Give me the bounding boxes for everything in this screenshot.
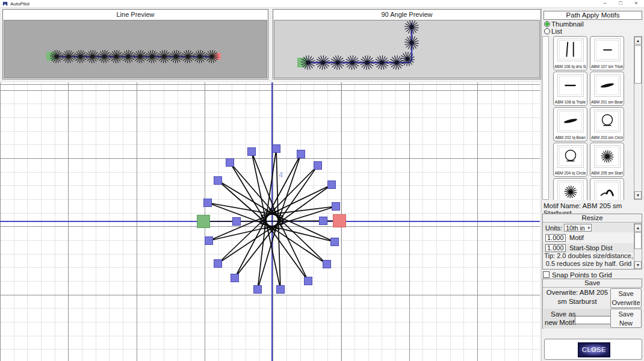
save-new-button[interactable]: SaveNew <box>610 309 642 328</box>
control-point-handle[interactable] <box>273 145 280 153</box>
start-point-handle[interactable] <box>197 215 210 228</box>
radio-selected-icon[interactable] <box>544 21 550 27</box>
bean-icon <box>595 75 620 96</box>
motif-card[interactable]: ABM 204 lg Circle <box>553 143 587 177</box>
circle-icon <box>558 146 583 167</box>
scrollbar-thumb[interactable] <box>634 45 642 84</box>
control-point-handle[interactable] <box>314 162 322 170</box>
motif-card[interactable] <box>553 178 587 200</box>
window-title: AutoPilot <box>10 1 29 7</box>
motif-card-label: ABM 106 lg dns Satin <box>554 64 586 69</box>
scroll-down-icon[interactable]: ▼ <box>634 261 642 269</box>
motif-card[interactable] <box>590 178 624 200</box>
starburst-motif <box>400 52 415 66</box>
angle-preview-panel: 90 Angle Preview <box>273 9 541 79</box>
horizontal-line-icon <box>558 75 583 96</box>
control-point-handle[interactable] <box>231 274 239 282</box>
control-point-handle[interactable] <box>305 277 312 285</box>
radio-unselected-icon[interactable] <box>544 28 550 34</box>
circle-icon <box>595 110 620 132</box>
motif-card[interactable]: ABM 201 sm Bean <box>590 72 624 106</box>
snap-points-label: Snap Points to Grid <box>552 271 612 279</box>
motif-thumbnail <box>557 145 584 168</box>
resize-scrollbar[interactable]: ▲ ▼ <box>634 223 642 270</box>
overwrite-label: Overwrite: ABM 205sm Starburst <box>545 288 610 306</box>
close-button[interactable]: CLOSE <box>578 342 610 357</box>
motif-size-input[interactable] <box>545 234 566 242</box>
thumbnails-scrollbar[interactable]: ▲ ▼ <box>634 36 642 200</box>
starburst-icon <box>595 146 620 167</box>
motif-card-label: ABM 107 sm Triple <box>591 64 623 69</box>
save-section: Save Overwrite: ABM 205sm Starburst Save… <box>542 279 642 329</box>
save-overwrite-button[interactable]: SaveOverwrite <box>610 288 642 308</box>
new-motif-name-input[interactable] <box>575 316 615 324</box>
units-value: 10th in <box>566 224 585 232</box>
control-point-handle[interactable] <box>277 286 285 294</box>
control-point-handle[interactable] <box>254 286 262 294</box>
stitch-spike <box>260 209 327 264</box>
control-point-handle[interactable] <box>248 148 256 156</box>
double-vertical-lines-icon <box>558 39 583 61</box>
start-stop-dist-input[interactable] <box>545 244 566 252</box>
resize-section: Resize Units: 10th in ▾ Motif Start-Stop… <box>542 214 642 270</box>
panel-title: Path Apply Motifs <box>543 11 642 20</box>
motif-card-label: ABM 201 sm Bean <box>591 100 623 104</box>
units-dropdown[interactable]: 10th in ▾ <box>564 224 592 232</box>
motif-edit-canvas[interactable]: 4 <box>0 82 540 361</box>
resize-tip-text: Tip: 2.0 doubles size/distance, 0.5 redu… <box>544 252 633 268</box>
maximize-icon[interactable]: □ <box>613 0 628 7</box>
motif-card[interactable]: ABM 205 sm Starburst <box>590 143 624 177</box>
angle-preview-area <box>274 20 540 78</box>
motif-thumbnail <box>557 74 584 97</box>
motif-thumbnail <box>594 180 621 200</box>
motif-card-label: ABM 204 lg Circle <box>554 171 586 175</box>
control-point-handle[interactable] <box>233 218 241 226</box>
scroll-up-icon[interactable]: ▲ <box>634 224 642 232</box>
bean-icon <box>558 110 583 132</box>
control-point-handle[interactable] <box>328 181 336 189</box>
bird-icon <box>595 181 620 200</box>
end-point-handle[interactable] <box>333 215 346 227</box>
motif-thumbnail <box>557 110 584 132</box>
units-label: Units: <box>543 224 562 232</box>
motif-thumbnail-grid: ABM 106 lg dns SatinABM 107 sm TripleABM… <box>553 36 625 200</box>
thumbnail-radio-label: Thumbnail <box>551 20 584 28</box>
starburst-icon <box>558 181 583 200</box>
list-radio-label: List <box>551 28 562 35</box>
control-point-handle[interactable] <box>297 150 305 158</box>
start-stop-dist-label: Start-Stop Dist <box>569 244 613 251</box>
close-icon[interactable]: × <box>628 0 644 7</box>
motif-card[interactable]: ABM 108 lg Triple <box>553 72 587 106</box>
motif-card-label: ABM 202 lg Bean <box>554 135 586 140</box>
save-title: Save <box>543 279 642 288</box>
control-point-handle[interactable] <box>331 238 339 246</box>
control-point-handle[interactable] <box>226 159 234 167</box>
scrollbar-thumb[interactable] <box>634 232 642 249</box>
scroll-up-icon[interactable]: ▲ <box>634 37 642 45</box>
thumbnail-radio[interactable]: Thumbnail <box>544 20 584 28</box>
control-point-handle[interactable] <box>214 260 222 268</box>
control-point-handle[interactable] <box>332 203 340 211</box>
list-radio[interactable]: List <box>544 28 562 35</box>
control-point-handle[interactable] <box>205 237 213 245</box>
line-preview-panel: Line Preview <box>2 9 268 79</box>
overwrite-row: Overwrite: ABM 205sm Starburst SaveOverw… <box>543 288 642 309</box>
snap-points-checkbox[interactable] <box>543 271 550 278</box>
thumbnails-left-scrollbar[interactable] <box>542 36 549 200</box>
motif-card[interactable]: ABM 202 lg Bean <box>553 107 587 141</box>
angle-preview-drawing <box>274 20 540 78</box>
motif-card[interactable]: ABM 203 sm Circle <box>590 107 624 141</box>
motif-stitch-drawing <box>0 82 540 361</box>
control-point-handle[interactable] <box>320 217 327 225</box>
control-point-handle[interactable] <box>214 177 222 185</box>
control-point-handle[interactable] <box>204 199 212 207</box>
motif-card[interactable]: ABM 107 sm Triple <box>590 36 624 70</box>
control-point-handle[interactable] <box>323 261 331 268</box>
line-preview-drawing <box>4 20 267 78</box>
motif-card[interactable]: ABM 106 lg dns Satin <box>553 36 587 70</box>
motif-thumbnail <box>557 39 584 61</box>
title-bar: AutoPilot – □ × <box>0 0 644 8</box>
axis-number-label: 4 <box>279 170 283 179</box>
minimize-icon[interactable]: – <box>597 0 613 7</box>
scroll-down-icon[interactable]: ▼ <box>634 191 642 199</box>
